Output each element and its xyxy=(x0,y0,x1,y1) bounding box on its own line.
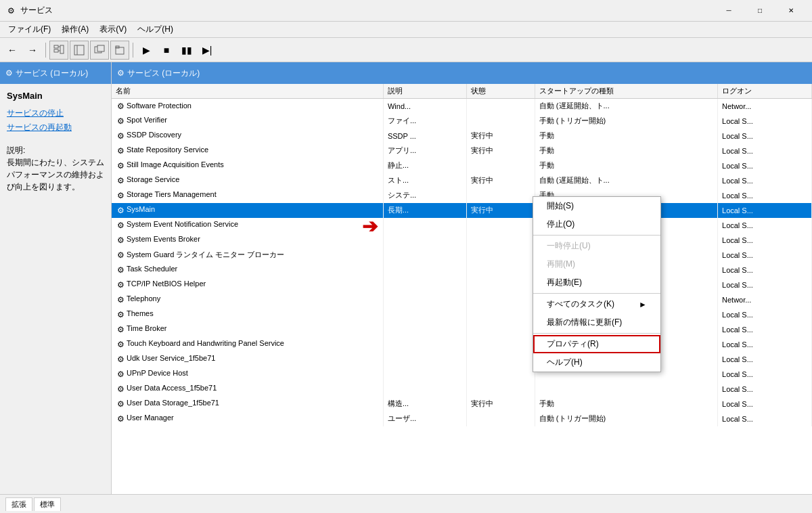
table-row[interactable]: ⚙TelephonyNetwor... xyxy=(112,292,812,307)
table-row[interactable]: ⚙Still Image Acquisition Events静止...手動Lo… xyxy=(112,158,812,173)
red-arrow-indicator: ➔ xyxy=(362,215,378,238)
col-header-status[interactable]: 状態 xyxy=(467,84,535,99)
status-bar: 拡張 標準 xyxy=(0,494,812,513)
service-status-cell: 実行中 xyxy=(467,143,535,158)
service-name-cell: ⚙Still Image Acquisition Events xyxy=(112,158,383,173)
table-row[interactable]: ⚙UPnP Device HostLocal S... xyxy=(112,367,812,382)
table-row[interactable]: ⚙Udk User Service_1f5be71Local S... xyxy=(112,352,812,367)
minimize-button[interactable]: ─ xyxy=(713,0,744,22)
service-status-cell: 実行中 xyxy=(467,173,535,188)
table-row[interactable]: ⚙Task SchedulerLocal S... xyxy=(112,263,812,277)
tab-expand[interactable]: 拡張 xyxy=(5,497,32,511)
service-logon-cell: Local S... xyxy=(718,248,812,263)
close-button[interactable]: ✕ xyxy=(775,0,807,22)
menu-help[interactable]: ヘルプ(H) xyxy=(132,22,179,37)
context-menu-item-properties[interactable]: プロパティ(R) xyxy=(533,335,660,353)
context-menu-item-start[interactable]: 開始(S) xyxy=(533,197,660,215)
service-name-cell: ⚙User Data Storage_1f5be71 xyxy=(112,397,383,411)
table-row[interactable]: ⚙Spot Verifierファイ...手動 (トリガー開始)Local S..… xyxy=(112,114,812,129)
service-status-cell xyxy=(467,322,535,337)
table-row[interactable]: ⚙Software ProtectionWind...自動 (遅延開始、ト...… xyxy=(112,99,812,114)
col-header-desc[interactable]: 説明 xyxy=(383,84,467,99)
service-status-cell: 実行中 xyxy=(467,397,535,411)
maximize-button[interactable]: □ xyxy=(744,0,775,22)
table-row[interactable]: ⚙State Repository Serviceアプリ...実行中手動Loca… xyxy=(112,143,812,158)
table-row[interactable]: ⚙System Events Broker手動 (開始)Local S... xyxy=(112,233,812,248)
service-name-cell: ⚙Time Broker xyxy=(112,322,383,337)
table-row[interactable]: ⚙TCP/IP NetBIOS Helper手動 (開始)Local S... xyxy=(112,277,812,292)
service-status-cell xyxy=(467,411,535,426)
restart-service-link[interactable]: サービスの再起動 xyxy=(7,122,104,133)
service-description: 説明: 長期間にわたり、システム パフォーマンスの維持および向上を図ります。 xyxy=(7,144,104,193)
stop-service-link[interactable]: サービスの停止 xyxy=(7,108,104,119)
context-menu-item-stop[interactable]: 停止(O) xyxy=(533,215,660,233)
service-gear-icon: ⚙ xyxy=(116,414,125,424)
service-status-cell: 実行中 xyxy=(467,203,535,218)
forward-button[interactable]: → xyxy=(23,41,42,60)
table-row[interactable]: ⚙Touch Keyboard and Handwriting Panel Se… xyxy=(112,337,812,352)
table-row[interactable]: ⚙System Event Notification ServiceLocal … xyxy=(112,218,812,233)
col-header-startup[interactable]: スタートアップの種類 xyxy=(535,84,717,99)
service-logon-cell: Local S... xyxy=(718,114,812,129)
service-desc-cell xyxy=(383,277,467,292)
col-header-logon[interactable]: ログオン xyxy=(718,84,812,99)
service-name-cell: ⚙Udk User Service_1f5be71 xyxy=(112,352,383,367)
menu-file[interactable]: ファイル(F) xyxy=(3,22,56,37)
context-menu-item-refresh[interactable]: 最新の情報に更新(F) xyxy=(533,313,660,332)
table-row[interactable]: ⚙System Guard ランタイム モニター ブローカー自動 (遅延、ト..… xyxy=(112,248,812,263)
back-button[interactable]: ← xyxy=(3,41,22,60)
service-status-cell xyxy=(467,158,535,173)
table-row[interactable]: ⚙Time Broker手動 (開始)Local S... xyxy=(112,322,812,337)
right-panel-title: サービス (ローカル) xyxy=(127,68,200,79)
play-button[interactable]: ▶ xyxy=(137,41,156,60)
service-gear-icon: ⚙ xyxy=(116,280,125,290)
col-header-name[interactable]: 名前 xyxy=(112,84,383,99)
window-title: サービス xyxy=(20,5,713,16)
service-logon-cell: Local S... xyxy=(718,263,812,277)
service-logon-cell: Local S... xyxy=(718,129,812,143)
table-row[interactable]: ⚙Storage Serviceスト...実行中自動 (遅延開始、ト...Loc… xyxy=(112,173,812,188)
service-gear-icon: ⚙ xyxy=(116,250,125,260)
table-row[interactable]: ⚙SSDP DiscoverySSDP ...実行中手動Local S... xyxy=(112,129,812,143)
table-row[interactable]: ⚙User Data Storage_1f5be71構造...実行中手動Loca… xyxy=(112,397,812,411)
service-logon-cell: Local S... xyxy=(718,233,812,248)
service-status-cell xyxy=(467,99,535,114)
restart-button[interactable]: ▶| xyxy=(198,41,217,60)
service-gear-icon: ⚙ xyxy=(116,265,125,275)
context-menu-item-help[interactable]: ヘルプ(H) xyxy=(533,353,660,372)
tab-standard[interactable]: 標準 xyxy=(34,497,61,511)
left-panel: ⚙ サービス (ローカル) SysMain サービスの停止 サービスの再起動 説… xyxy=(0,62,112,494)
service-status-cell xyxy=(467,218,535,233)
table-row[interactable]: ⚙Storage Tiers Managementシステ...手動Local S… xyxy=(112,188,812,203)
table-row[interactable]: ⚙SysMain長期...実行中自動Local S... xyxy=(112,203,812,218)
service-name-cell: ⚙System Guard ランタイム モニター ブローカー xyxy=(112,248,383,263)
hide-console-tree-button[interactable] xyxy=(70,41,89,60)
service-desc-cell: ユーザ... xyxy=(383,411,467,426)
app-icon: ⚙ xyxy=(5,5,16,16)
new-window-button[interactable] xyxy=(90,41,109,60)
service-gear-icon: ⚙ xyxy=(116,146,125,156)
table-row[interactable]: ⚙User Managerユーザ...自動 (トリガー開始)Local S... xyxy=(112,411,812,426)
service-logon-cell: Networ... xyxy=(718,292,812,307)
context-menu-item-all-tasks[interactable]: すべてのタスク(K)► xyxy=(533,295,660,313)
service-status-cell xyxy=(467,307,535,322)
service-gear-icon: ⚙ xyxy=(116,370,125,379)
menu-bar: ファイル(F) 操作(A) 表示(V) ヘルプ(H) xyxy=(0,22,812,38)
pause-button[interactable]: ▮▮ xyxy=(177,41,196,60)
service-gear-icon: ⚙ xyxy=(116,384,125,394)
table-row[interactable]: ⚙User Data Access_1f5be71Local S... xyxy=(112,382,812,397)
open-dialog-button[interactable] xyxy=(110,41,129,60)
stop-button[interactable]: ■ xyxy=(157,41,176,60)
menu-action[interactable]: 操作(A) xyxy=(56,22,94,37)
service-scroll-area[interactable]: 名前 説明 状態 スタートアップの種類 ログオン ⚙Software Prote… xyxy=(112,84,812,494)
service-logon-cell: Local S... xyxy=(718,411,812,426)
service-startup-cell: 手動 xyxy=(535,397,717,411)
service-desc-cell xyxy=(383,367,467,382)
table-row[interactable]: ⚙ThemesLocal S... xyxy=(112,307,812,322)
service-startup-cell: 手動 xyxy=(535,129,717,143)
menu-view[interactable]: 表示(V) xyxy=(94,22,132,37)
context-menu-item-restart[interactable]: 再起動(E) xyxy=(533,273,660,292)
show-console-tree-button[interactable] xyxy=(49,41,68,60)
context-menu-item-pause: 一時停止(U) xyxy=(533,237,660,255)
left-panel-header: ⚙ サービス (ローカル) xyxy=(0,62,111,84)
